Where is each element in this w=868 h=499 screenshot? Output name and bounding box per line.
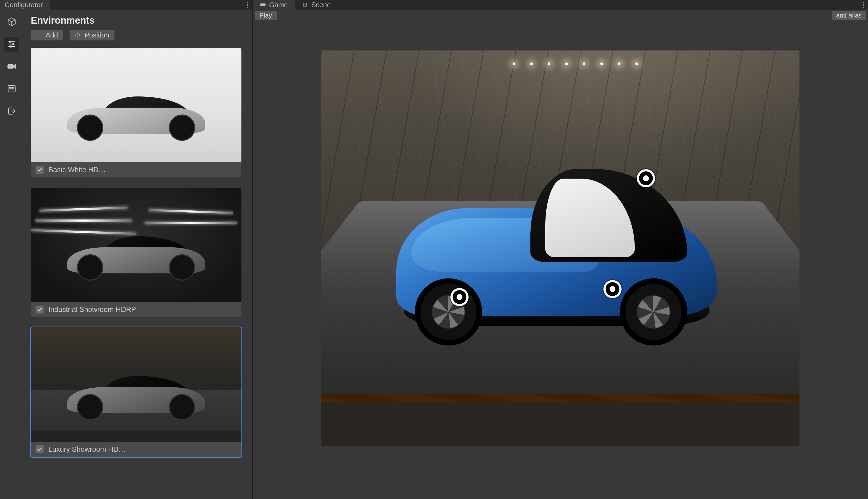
tab-configurator[interactable]: Configurator bbox=[0, 0, 50, 10]
viewport-panel: Game Scene Play anti-alias bbox=[252, 0, 868, 499]
play-label: Play bbox=[260, 12, 272, 19]
configurator-panel: Configurator bbox=[0, 0, 252, 499]
car-model bbox=[374, 134, 747, 380]
game-icon bbox=[260, 2, 266, 7]
environment-checkbox[interactable] bbox=[36, 306, 44, 314]
check-icon bbox=[37, 446, 42, 452]
tab-scene-label: Scene bbox=[311, 1, 331, 9]
hotspot-door[interactable] bbox=[637, 169, 655, 187]
environment-name: Industrial Showroom HDRP bbox=[48, 306, 136, 314]
environment-name: Luxury Showroom HD… bbox=[48, 445, 126, 453]
grid-icon bbox=[302, 2, 308, 7]
rail-export[interactable] bbox=[4, 104, 19, 119]
rail-list[interactable] bbox=[4, 81, 19, 96]
environment-checkbox[interactable] bbox=[36, 445, 44, 453]
tab-configurator-label: Configurator bbox=[5, 1, 43, 9]
environment-card[interactable]: Industrial Showroom HDRP bbox=[31, 187, 241, 317]
environments-toolbar: Add Position bbox=[23, 30, 252, 45]
plus-icon bbox=[36, 32, 42, 38]
check-icon bbox=[37, 167, 42, 173]
kebab-icon bbox=[863, 2, 864, 8]
anti-alias-button[interactable]: anti-alias bbox=[832, 11, 866, 20]
cube-icon bbox=[7, 17, 16, 27]
environment-name: Basic White HD… bbox=[48, 166, 106, 174]
anti-alias-label: anti-alias bbox=[836, 12, 861, 19]
game-viewport[interactable] bbox=[252, 21, 868, 499]
environment-thumbnail bbox=[31, 187, 241, 302]
svg-rect-5 bbox=[260, 3, 265, 6]
panel-menu-button[interactable] bbox=[858, 0, 868, 10]
environment-card[interactable]: Luxury Showroom HD… bbox=[31, 327, 241, 457]
environment-thumbnail bbox=[31, 327, 241, 442]
viewport-toolbar: Play anti-alias bbox=[252, 10, 868, 21]
export-icon bbox=[7, 106, 16, 116]
add-label: Add bbox=[46, 31, 58, 39]
environments-list[interactable]: Basic White HD… bbox=[23, 45, 252, 499]
sliders-icon bbox=[7, 39, 16, 49]
tab-game[interactable]: Game bbox=[252, 0, 295, 10]
svg-point-0 bbox=[9, 41, 11, 43]
rail-cube[interactable] bbox=[4, 14, 19, 29]
play-button[interactable]: Play bbox=[255, 11, 277, 20]
svg-rect-3 bbox=[8, 64, 13, 69]
kebab-icon bbox=[247, 2, 248, 8]
add-environment-button[interactable]: Add bbox=[31, 30, 63, 40]
tab-scene[interactable]: Scene bbox=[295, 0, 338, 10]
left-icon-rail bbox=[0, 10, 23, 499]
check-icon bbox=[37, 307, 42, 313]
environment-card[interactable]: Basic White HD… bbox=[31, 48, 241, 178]
rail-environments[interactable] bbox=[4, 37, 19, 51]
viewport-scene bbox=[321, 50, 799, 446]
environments-title: Environments bbox=[23, 10, 252, 30]
position-label: Position bbox=[85, 31, 109, 39]
hotspot-front-bumper[interactable] bbox=[450, 288, 469, 306]
hotspot-wheel[interactable] bbox=[604, 280, 621, 298]
environments-panel: Environments Add Position bbox=[23, 10, 252, 499]
svg-point-1 bbox=[12, 43, 14, 45]
svg-point-2 bbox=[10, 46, 12, 48]
tab-game-label: Game bbox=[269, 1, 288, 9]
rail-camera[interactable] bbox=[4, 59, 19, 74]
camera-icon bbox=[7, 62, 16, 71]
left-tab-bar: Configurator bbox=[0, 0, 252, 10]
move-icon bbox=[75, 32, 81, 38]
list-icon bbox=[7, 84, 16, 94]
panel-menu-button[interactable] bbox=[243, 0, 252, 10]
position-button[interactable]: Position bbox=[70, 30, 114, 40]
environment-thumbnail bbox=[31, 48, 241, 162]
environment-checkbox[interactable] bbox=[36, 166, 44, 174]
right-tab-bar: Game Scene bbox=[252, 0, 868, 10]
